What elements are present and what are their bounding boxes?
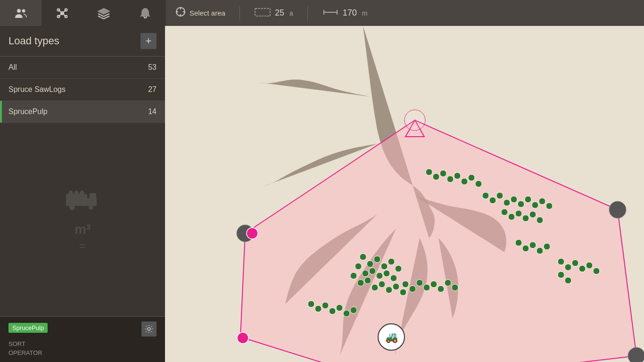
- settings-button[interactable]: [141, 321, 157, 337]
- svg-marker-11: [98, 8, 109, 14]
- select-area-tool[interactable]: Select area: [175, 7, 225, 19]
- svg-point-24: [69, 205, 75, 210]
- tab-alerts[interactable]: [124, 0, 166, 26]
- svg-point-27: [74, 190, 79, 198]
- control-point-mid-2[interactable]: [237, 332, 248, 344]
- list-item-spruce-sawlogs[interactable]: Spruce SawLogs 27: [0, 79, 165, 101]
- svg-rect-23: [90, 193, 96, 199]
- svg-point-46: [357, 280, 364, 286]
- svg-point-40: [362, 270, 369, 277]
- list-item-all-label: All: [8, 63, 17, 72]
- svg-point-102: [529, 242, 536, 248]
- add-load-type-button[interactable]: +: [140, 33, 157, 49]
- tab-layers[interactable]: [83, 0, 124, 26]
- svg-point-63: [496, 192, 503, 199]
- svg-point-67: [525, 196, 531, 203]
- svg-point-81: [586, 262, 593, 269]
- area-value: 25: [275, 8, 284, 18]
- svg-point-98: [343, 310, 350, 317]
- svg-point-64: [504, 199, 510, 206]
- svg-point-51: [393, 283, 399, 290]
- control-point-2[interactable]: [609, 201, 626, 218]
- list-item-spruce-pulp-count: 14: [148, 107, 157, 116]
- svg-point-44: [390, 275, 397, 281]
- sidebar: Load types + All 53 Spruce SawLogs 27 Sp…: [0, 26, 165, 362]
- distance-value: 170: [343, 8, 357, 18]
- svg-point-92: [475, 181, 482, 187]
- svg-point-34: [367, 261, 373, 267]
- svg-point-69: [539, 198, 545, 205]
- svg-point-57: [430, 281, 437, 288]
- svg-point-86: [433, 173, 439, 180]
- svg-point-28: [80, 190, 84, 198]
- svg-point-99: [350, 307, 357, 313]
- map-svg: 🚜: [165, 26, 644, 362]
- sidebar-title: Load types: [8, 35, 59, 47]
- list-item-all[interactable]: All 53: [0, 57, 165, 79]
- svg-point-85: [426, 169, 432, 175]
- svg-point-89: [454, 173, 461, 179]
- select-area-label: Select area: [190, 9, 225, 17]
- svg-point-62: [489, 197, 496, 204]
- svg-point-68: [532, 202, 538, 208]
- list-item-spruce-sawlogs-label: Spruce SawLogs: [8, 85, 66, 94]
- svg-rect-21: [66, 194, 87, 206]
- svg-point-96: [329, 308, 336, 314]
- distance-unit: m: [362, 9, 368, 17]
- svg-point-72: [508, 214, 515, 220]
- svg-point-101: [522, 245, 529, 252]
- svg-point-43: [383, 270, 390, 277]
- tab-bar: [0, 0, 166, 26]
- svg-point-52: [400, 289, 406, 296]
- svg-point-71: [501, 209, 508, 215]
- svg-point-37: [388, 258, 395, 265]
- svg-point-54: [409, 286, 416, 292]
- watermark-m3-text: m³: [74, 222, 91, 237]
- svg-point-29: [148, 328, 150, 330]
- svg-point-104: [544, 243, 550, 250]
- watermark-area: m³ =: [0, 123, 165, 316]
- svg-point-61: [482, 192, 489, 199]
- svg-rect-22: [87, 198, 97, 206]
- svg-point-45: [350, 272, 357, 279]
- area-icon: [254, 8, 271, 18]
- map-area[interactable]: 🚜: [165, 26, 644, 362]
- sidebar-header: Load types +: [0, 26, 165, 57]
- svg-point-39: [355, 263, 362, 270]
- svg-point-82: [593, 268, 600, 274]
- list-item-all-count: 53: [148, 63, 157, 72]
- watermark-truck-icon: [64, 185, 101, 217]
- list-item-spruce-pulp-label: SprucePulp: [8, 107, 48, 116]
- svg-point-36: [381, 263, 388, 270]
- svg-point-78: [565, 264, 571, 271]
- svg-point-25: [89, 205, 93, 210]
- svg-point-80: [579, 265, 586, 272]
- tab-nodes[interactable]: [41, 0, 83, 26]
- svg-point-58: [438, 286, 444, 292]
- svg-point-31: [405, 110, 425, 131]
- svg-point-100: [515, 239, 522, 246]
- svg-point-94: [315, 305, 322, 312]
- tab-people[interactable]: [0, 0, 41, 26]
- svg-point-93: [308, 301, 314, 307]
- svg-point-88: [447, 176, 454, 182]
- svg-point-91: [468, 174, 475, 181]
- svg-point-87: [440, 170, 446, 177]
- svg-point-50: [386, 287, 392, 293]
- svg-point-70: [546, 203, 553, 209]
- svg-point-1: [22, 9, 25, 12]
- sort-row: SORT: [8, 339, 157, 348]
- svg-point-55: [416, 280, 423, 286]
- svg-point-97: [336, 304, 343, 311]
- watermark-equals: =: [79, 239, 86, 253]
- svg-point-41: [369, 268, 376, 274]
- svg-point-84: [565, 277, 571, 284]
- svg-point-38: [395, 265, 402, 272]
- control-point-mid-1[interactable]: [247, 228, 258, 239]
- svg-point-90: [461, 178, 468, 185]
- load-types-list: All 53 Spruce SawLogs 27 SprucePulp 14: [0, 57, 165, 123]
- list-item-spruce-pulp[interactable]: SprucePulp 14: [0, 101, 165, 123]
- distance-icon: [322, 8, 339, 18]
- sort-label: SORT: [8, 340, 25, 347]
- svg-point-66: [518, 201, 524, 207]
